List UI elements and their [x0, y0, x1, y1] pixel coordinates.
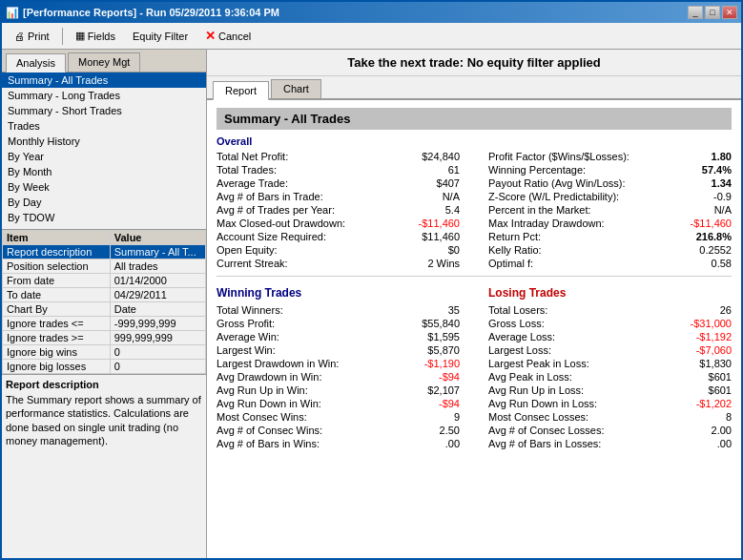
stat-label-r5: Max Intraday Drawdown: — [488, 218, 605, 229]
report-tab-row: Report Chart — [207, 76, 741, 100]
props-value-4: Date — [110, 302, 205, 317]
lose-row-5: Avg Peak in Loss: $601 — [488, 370, 732, 384]
title-bar-left: 📊 [Performance Reports] - Run 05/29/2011… — [6, 7, 279, 19]
lose-label-3: Largest Loss: — [488, 344, 551, 356]
props-item-1: Position selection — [3, 259, 111, 274]
nav-item-6[interactable]: By Month — [2, 164, 206, 179]
lose-value-8: 8 — [726, 411, 732, 423]
report-tab-chart[interactable]: Chart — [271, 79, 321, 98]
stat-value-l6: $11,460 — [422, 231, 460, 242]
stat-value-l5: -$11,460 — [419, 218, 460, 229]
nav-item-7[interactable]: By Week — [2, 179, 206, 195]
lose-row-7: Avg Run Down in Loss: -$1,202 — [488, 397, 732, 410]
tab-analysis[interactable]: Analysis — [6, 53, 66, 73]
lose-value-0: 26 — [720, 304, 732, 316]
win-label-0: Total Winners: — [217, 304, 283, 316]
props-section: Item Value Report description Summary - … — [2, 230, 206, 374]
props-row-4[interactable]: Chart By Date — [3, 302, 206, 317]
props-item-5: Ignore trades <= — [3, 317, 111, 331]
props-row-3[interactable]: To date 04/29/2011 — [3, 288, 206, 302]
nav-item-8[interactable]: By Day — [2, 195, 206, 210]
win-row-1: Gross Profit: $55,840 — [217, 317, 460, 330]
main-window: 📊 [Performance Reports] - Run 05/29/2011… — [0, 0, 743, 560]
stat-row-l3: Avg # of Bars in Trade: N/A — [217, 190, 460, 203]
close-button[interactable]: ✕ — [722, 6, 737, 19]
props-row-0[interactable]: Report description Summary - All T... — [3, 245, 206, 259]
stat-row-r3: Z-Score (W/L Predictability): -0.9 — [488, 190, 732, 203]
cancel-icon: ✕ — [205, 29, 216, 43]
props-item-0: Report description — [3, 245, 111, 259]
lose-label-5: Avg Peak in Loss: — [488, 371, 572, 383]
main-content: Analysis Money Mgt Summary - All Trades … — [2, 50, 741, 558]
win-label-4: Largest Drawdown in Win: — [217, 358, 339, 369]
props-row-8[interactable]: Ignore big losses 0 — [3, 360, 206, 374]
props-row-6[interactable]: Ignore trades >= 999,999,999 — [3, 331, 206, 345]
lose-label-1: Gross Loss: — [488, 318, 545, 329]
desc-title: Report description — [6, 379, 202, 390]
props-item-4: Chart By — [3, 302, 111, 317]
props-row-7[interactable]: Ignore big wins 0 — [3, 345, 206, 360]
nav-item-4[interactable]: Monthly History — [2, 134, 206, 149]
stat-value-l2: $407 — [437, 177, 460, 189]
nav-item-3[interactable]: Trades — [2, 118, 206, 134]
winning-title: Winning Trades — [217, 286, 460, 300]
stat-value-r0: 1.80 — [712, 151, 732, 162]
lose-value-7: -$1,202 — [696, 398, 732, 409]
title-bar-controls: _ □ ✕ — [688, 6, 737, 19]
lose-row-8: Most Consec Losses: 8 — [488, 410, 732, 424]
minimize-button[interactable]: _ — [688, 6, 703, 19]
win-label-10: Avg # of Bars in Wins: — [217, 438, 320, 449]
stat-label-l4: Avg # of Trades per Year: — [217, 204, 335, 216]
stat-label-r6: Return Pct: — [488, 231, 541, 242]
overall-stats: Total Net Profit: $24,840 Total Trades: … — [217, 150, 732, 270]
props-value-6: 999,999,999 — [110, 331, 205, 345]
props-value-3: 04/29/2011 — [110, 288, 205, 302]
stats-right: Profit Factor ($Wins/$Losses): 1.80 Winn… — [488, 150, 732, 270]
win-value-9: 2.50 — [440, 425, 460, 436]
report-tab-report[interactable]: Report — [213, 81, 269, 100]
nav-item-5[interactable]: By Year — [2, 149, 206, 164]
props-row-2[interactable]: From date 01/14/2000 — [3, 274, 206, 288]
stat-label-l8: Current Streak: — [217, 258, 288, 269]
stat-label-l6: Account Size Required: — [217, 231, 326, 242]
nav-item-9[interactable]: By TDOW — [2, 210, 206, 225]
win-label-5: Avg Drawdown in Win: — [217, 371, 321, 383]
stat-value-l1: 61 — [448, 164, 460, 176]
stat-value-r2: 1.34 — [712, 177, 732, 189]
stat-row-r6: Return Pct: 216.8% — [488, 230, 732, 243]
print-button[interactable]: 🖨 Print — [8, 28, 56, 45]
stats-left: Total Net Profit: $24,840 Total Trades: … — [217, 150, 479, 270]
win-row-10: Avg # of Bars in Wins: .00 — [217, 437, 460, 450]
losing-title: Losing Trades — [488, 286, 732, 300]
win-value-8: 9 — [454, 411, 460, 423]
win-value-4: -$1,190 — [424, 358, 460, 369]
stat-label-r2: Payout Ratio (Avg Win/Loss): — [488, 177, 625, 189]
nav-item-0[interactable]: Summary - All Trades — [2, 73, 206, 88]
cancel-button[interactable]: ✕ Cancel — [198, 26, 258, 46]
stat-row-r1: Winning Percentage: 57.4% — [488, 163, 732, 176]
props-row-1[interactable]: Position selection All trades — [3, 259, 206, 274]
lose-row-0: Total Losers: 26 — [488, 303, 732, 317]
stat-label-l1: Total Trades: — [217, 164, 277, 176]
win-row-9: Avg # of Consec Wins: 2.50 — [217, 424, 460, 437]
nav-item-1[interactable]: Summary - Long Trades — [2, 88, 206, 103]
window-title: [Performance Reports] - Run 05/29/2011 9… — [23, 7, 279, 18]
win-label-6: Avg Run Up in Win: — [217, 384, 308, 396]
maximize-button[interactable]: □ — [705, 6, 720, 19]
win-row-2: Average Win: $1,595 — [217, 330, 460, 343]
lose-value-2: -$1,192 — [696, 331, 732, 342]
props-col-item: Item — [3, 231, 111, 245]
props-value-7: 0 — [110, 345, 205, 360]
desc-text: The Summary report shows a summary of pe… — [6, 393, 202, 447]
equity-filter-button[interactable]: Equity Filter — [126, 28, 195, 45]
nav-item-2[interactable]: Summary - Short Trades — [2, 103, 206, 118]
fields-button[interactable]: ▦ Fields — [69, 27, 122, 45]
lose-row-6: Avg Run Up in Loss: $601 — [488, 384, 732, 397]
left-panel: Analysis Money Mgt Summary - All Trades … — [2, 50, 207, 558]
props-row-5[interactable]: Ignore trades <= -999,999,999 — [3, 317, 206, 331]
tab-money-mgt[interactable]: Money Mgt — [68, 52, 140, 72]
props-item-3: To date — [3, 288, 111, 302]
stat-row-l2: Average Trade: $407 — [217, 176, 460, 190]
win-label-1: Gross Profit: — [217, 318, 275, 329]
lose-value-3: -$7,060 — [696, 344, 732, 356]
